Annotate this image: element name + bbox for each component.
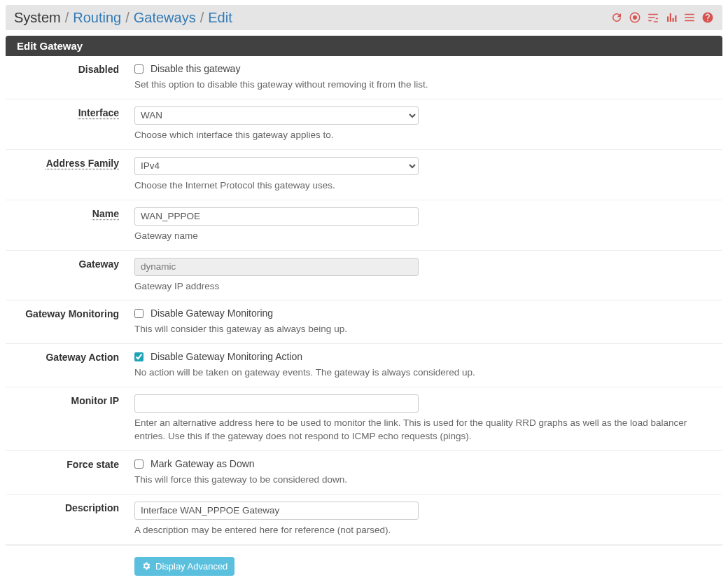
help-action: No action will be taken on gateway event…: [134, 366, 714, 380]
row-name: Name Gateway name: [6, 200, 722, 251]
checkbox-label-disable-monitoring[interactable]: Disable Gateway Monitoring: [150, 308, 273, 319]
row-gateway-action: Gateway Action Disable Gateway Monitorin…: [6, 344, 722, 387]
label-monitor-ip: Monitor IP: [6, 394, 129, 443]
checkbox-label-disable-gateway[interactable]: Disable this gateway: [150, 63, 240, 74]
label-force-state: Force state: [6, 458, 129, 487]
stats-icon[interactable]: [665, 11, 678, 24]
select-address-family[interactable]: IPv4: [134, 157, 419, 175]
breadcrumb-sep: /: [196, 10, 209, 26]
label-disabled: Disabled: [6, 63, 129, 92]
row-force-state: Force state Mark Gateway as Down This wi…: [6, 451, 722, 495]
crumb-system[interactable]: System: [14, 10, 61, 26]
input-name[interactable]: [134, 207, 419, 226]
panel-body: Disabled Disable this gateway Set this o…: [6, 56, 722, 580]
row-gateway-monitoring: Gateway Monitoring Disable Gateway Monit…: [6, 301, 722, 344]
help-gateway: Gateway IP address: [134, 280, 714, 294]
help-monitor-ip: Enter an alternative address here to be …: [134, 417, 714, 443]
crumb-routing[interactable]: Routing: [73, 10, 121, 26]
label-name: Name: [6, 207, 129, 243]
gear-icon: [141, 561, 151, 571]
checkbox-label-disable-monitoring-action[interactable]: Disable Gateway Monitoring Action: [150, 351, 302, 362]
breadcrumb-sep: /: [121, 10, 134, 26]
label-gateway: Gateway: [6, 258, 129, 294]
edit-gateway-panel: Edit Gateway Disabled Disable this gatew…: [6, 36, 722, 580]
input-monitor-ip[interactable]: [134, 394, 419, 413]
checkbox-mark-gateway-down[interactable]: [134, 460, 144, 469]
help-force-state: This will force this gateway to be consi…: [134, 474, 714, 487]
display-advanced-button[interactable]: Display Advanced: [134, 557, 234, 576]
svg-point-0: [633, 15, 637, 20]
row-address-family: Address Family IPv4 Choose the Internet …: [6, 150, 722, 200]
help-name: Gateway name: [134, 230, 714, 243]
label-gateway-action: Gateway Action: [6, 351, 129, 380]
label-gateway-monitoring: Gateway Monitoring: [6, 308, 129, 336]
list-icon[interactable]: [683, 11, 696, 24]
help-address-family: Choose the Internet Protocol this gatewa…: [134, 179, 714, 193]
row-description: Description A description may be entered…: [6, 495, 722, 545]
help-description: A description may be entered here for re…: [134, 524, 714, 537]
sliders-icon[interactable]: [647, 11, 659, 24]
input-description[interactable]: [134, 502, 419, 520]
row-interface: Interface WAN Choose which interface thi…: [6, 99, 722, 150]
stop-icon[interactable]: [629, 11, 641, 24]
crumb-gateways[interactable]: Gateways: [134, 10, 196, 26]
display-advanced-label: Display Advanced: [155, 561, 227, 572]
breadcrumb-sep: /: [61, 10, 74, 26]
breadcrumb: System / Routing / Gateways / Edit: [14, 10, 232, 26]
checkbox-disable-monitoring-action[interactable]: [134, 352, 144, 361]
help-icon[interactable]: [701, 11, 714, 24]
row-gateway: Gateway Gateway IP address: [6, 251, 722, 301]
panel-title: Edit Gateway: [6, 36, 722, 56]
row-disabled: Disabled Disable this gateway Set this o…: [6, 56, 722, 99]
help-monitoring: This will consider this gateway as alway…: [134, 323, 714, 336]
help-interface: Choose which interface this gateway appl…: [134, 129, 714, 142]
input-gateway: [134, 258, 419, 276]
header-actions: [610, 11, 714, 24]
label-description: Description: [6, 502, 129, 537]
checkbox-label-mark-gateway-down[interactable]: Mark Gateway as Down: [150, 458, 255, 469]
refresh-icon[interactable]: [610, 11, 623, 24]
checkbox-disable-monitoring[interactable]: [134, 309, 144, 318]
page-header: System / Routing / Gateways / Edit: [6, 5, 722, 30]
crumb-edit[interactable]: Edit: [208, 10, 232, 26]
label-interface: Interface: [6, 106, 129, 142]
help-disabled: Set this option to disable this gateway …: [134, 78, 714, 92]
checkbox-disable-gateway[interactable]: [134, 64, 144, 74]
select-interface[interactable]: WAN: [134, 106, 419, 125]
label-address-family: Address Family: [6, 157, 129, 193]
row-monitor-ip: Monitor IP Enter an alternative address …: [6, 387, 722, 451]
row-display-advanced: Display Advanced: [6, 545, 722, 580]
